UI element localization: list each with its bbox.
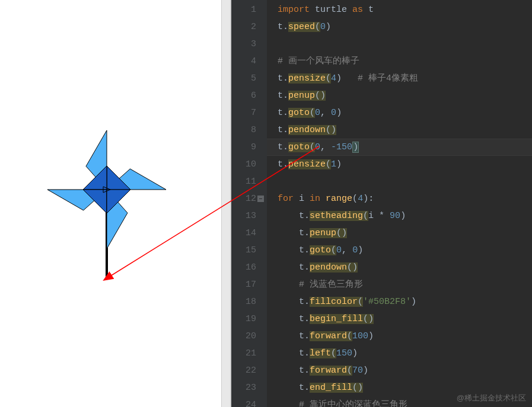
line-number: 19 — [231, 310, 256, 328]
code-line[interactable]: t.penup() — [278, 225, 532, 242]
watermark-text: @稀土掘金技术社区 — [457, 393, 526, 403]
code-line[interactable]: t.goto(0, -150) — [278, 139, 532, 156]
line-number: 4 — [231, 53, 256, 70]
code-line[interactable]: import turtle as t — [278, 1, 532, 18]
turtle-canvas — [0, 0, 225, 407]
line-number: 21 — [231, 345, 256, 362]
line-number: 20 — [231, 328, 256, 345]
code-line[interactable]: t.fillcolor('#50B2F8') — [278, 293, 532, 310]
line-number: 18 — [231, 293, 256, 310]
line-number: 8 — [231, 121, 256, 139]
line-number-gutter: 1 2 3 4 5 6 7 8 9 10 11 12 13 14 15 16 1… — [231, 0, 267, 407]
line-number: 15 — [231, 242, 256, 259]
code-line[interactable] — [278, 36, 532, 53]
line-number: 3 — [231, 36, 256, 53]
code-line[interactable]: t.speed(0) — [278, 18, 532, 36]
line-number: 1 — [231, 1, 256, 18]
code-line[interactable]: t.left(150) — [278, 345, 532, 362]
code-line[interactable]: t.setheading(i * 90) — [278, 207, 532, 225]
code-line[interactable]: t.goto(0, 0) — [278, 242, 532, 259]
line-number: 6 — [231, 87, 256, 104]
vertical-scrollbar-thumb[interactable] — [224, 118, 230, 237]
line-number: 14 — [231, 225, 256, 242]
fold-marker-icon[interactable] — [257, 196, 264, 202]
code-line[interactable]: t.pendown() — [278, 259, 532, 276]
line-number: 10 — [231, 156, 256, 173]
line-number: 5 — [231, 70, 256, 87]
line-number: 23 — [231, 379, 256, 396]
code-line[interactable]: t.forward(70) — [278, 362, 532, 379]
line-number: 9 — [231, 139, 256, 156]
line-number: 22 — [231, 362, 256, 379]
code-line[interactable]: t.goto(0, 0) — [278, 104, 532, 121]
code-line[interactable] — [278, 173, 532, 190]
code-content[interactable]: import turtle as t t.speed(0) # 画一个风车的棒子… — [267, 0, 532, 407]
line-number: 17 — [231, 276, 256, 293]
code-line[interactable]: t.pendown() — [278, 121, 532, 139]
code-editor[interactable]: 1 2 3 4 5 6 7 8 9 10 11 12 13 14 15 16 1… — [231, 0, 532, 407]
turtle-output-panel — [0, 0, 231, 407]
line-number: 2 — [231, 18, 256, 36]
line-number: 7 — [231, 104, 256, 121]
code-line[interactable]: # 浅蓝色三角形 — [278, 276, 532, 293]
line-number: 12 — [231, 190, 256, 207]
code-line[interactable]: t.begin_fill() — [278, 310, 532, 328]
code-line[interactable]: for i in range(4): — [278, 190, 532, 207]
code-line[interactable]: t.forward(100) — [278, 328, 532, 345]
line-number: 11 — [231, 173, 256, 190]
line-number: 24 — [231, 396, 256, 407]
code-line[interactable]: t.pensize(4) # 棒子4像素粗 — [278, 70, 532, 87]
code-line[interactable]: t.penup() — [278, 87, 532, 104]
code-line[interactable]: t.pensize(1) — [278, 156, 532, 173]
line-number: 16 — [231, 259, 256, 276]
code-line[interactable]: # 画一个风车的棒子 — [278, 53, 532, 70]
line-number: 13 — [231, 207, 256, 225]
